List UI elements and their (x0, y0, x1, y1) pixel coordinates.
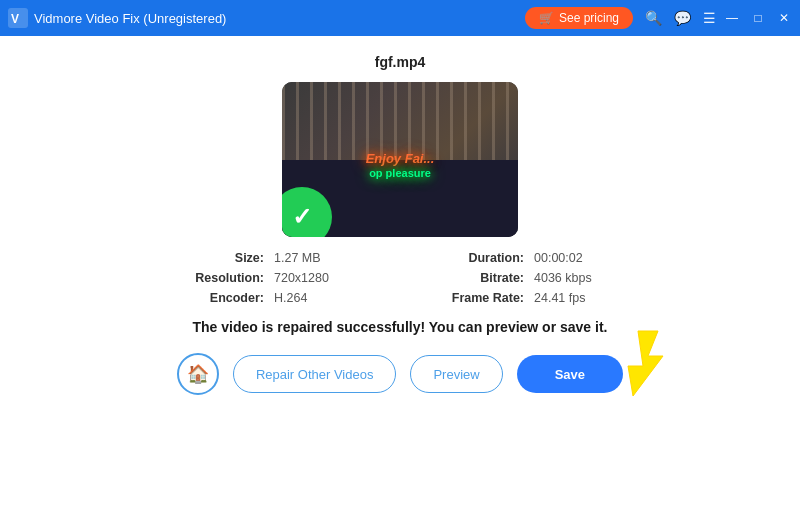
maximize-button[interactable]: □ (750, 12, 766, 24)
svg-text:V: V (11, 12, 19, 26)
success-message: The video is repaired successfully! You … (193, 319, 608, 335)
repair-other-button[interactable]: Repair Other Videos (233, 355, 397, 393)
neon-text-1: Enjoy Fai... (366, 151, 435, 166)
duration-value: 00:00:02 (530, 251, 650, 265)
minimize-button[interactable]: — (724, 12, 740, 24)
background-lines (282, 82, 518, 160)
titlebar: V Vidmore Video Fix (Unregistered) 🛒 See… (0, 0, 800, 36)
home-icon: 🏠 (187, 363, 209, 385)
size-value: 1.27 MB (270, 251, 410, 265)
encoder-value: H.264 (270, 291, 410, 305)
menu-icon[interactable]: ☰ (703, 10, 716, 26)
window-controls: — □ ✕ (724, 12, 792, 24)
resolution-value: 720x1280 (270, 271, 410, 285)
size-label: Size: (150, 251, 270, 265)
close-button[interactable]: ✕ (776, 12, 792, 24)
file-name: fgf.mp4 (375, 54, 426, 70)
search-icon[interactable]: 🔍 (645, 10, 662, 26)
resolution-label: Resolution: (150, 271, 270, 285)
neon-text-2: op pleasure (369, 167, 431, 179)
chat-icon[interactable]: 💬 (674, 10, 691, 26)
preview-button[interactable]: Preview (410, 355, 502, 393)
home-button[interactable]: 🏠 (177, 353, 219, 395)
yellow-arrow-icon (618, 321, 698, 401)
video-thumbnail: Enjoy Fai... op pleasure ✓ (282, 82, 518, 237)
duration-label: Duration: (410, 251, 530, 265)
pricing-button[interactable]: 🛒 See pricing (525, 7, 633, 29)
file-info: Size: 1.27 MB Duration: 00:00:02 Resolut… (150, 251, 650, 305)
bitrate-value: 4036 kbps (530, 271, 650, 285)
bitrate-label: Bitrate: (410, 271, 530, 285)
cart-icon: 🛒 (539, 11, 554, 25)
encoder-label: Encoder: (150, 291, 270, 305)
save-button[interactable]: Save (517, 355, 623, 393)
app-title: Vidmore Video Fix (Unregistered) (34, 11, 525, 26)
framerate-label: Frame Rate: (410, 291, 530, 305)
app-logo: V (8, 8, 28, 28)
action-buttons: 🏠 Repair Other Videos Preview Save (177, 353, 623, 395)
titlebar-icons: 🔍 💬 ☰ (645, 10, 716, 26)
main-content: fgf.mp4 Enjoy Fai... op pleasure ✓ Size:… (0, 36, 800, 515)
framerate-value: 24.41 fps (530, 291, 650, 305)
svg-marker-2 (628, 331, 663, 396)
arrow-indicator (618, 321, 698, 405)
